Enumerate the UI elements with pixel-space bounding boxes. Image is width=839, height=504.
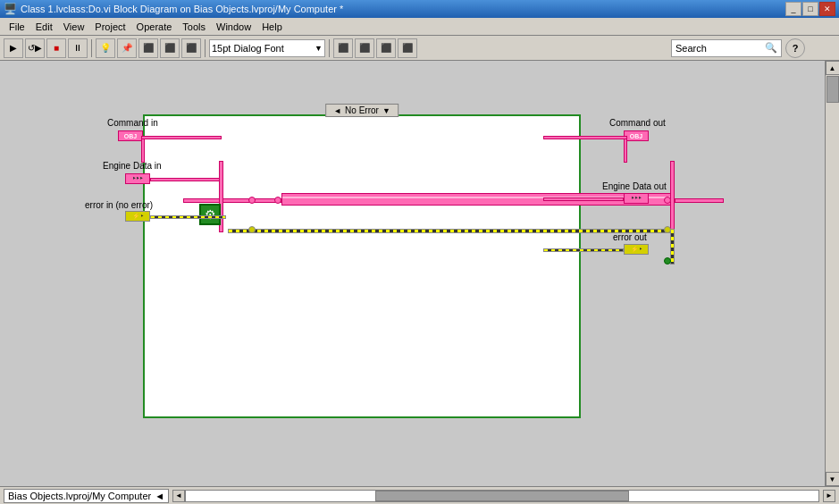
statusbar-separator: ◄ [155, 491, 164, 501]
window-title: Class 1.lvclass:Do.vi Block Diagram on B… [21, 4, 343, 14]
help-button[interactable]: ? [785, 38, 805, 58]
wire-cmd-out-vert [624, 136, 627, 163]
wire-eng-horiz [150, 178, 220, 181]
hscroll-right-button[interactable]: ► [823, 490, 835, 502]
menu-edit[interactable]: Edit [30, 20, 58, 34]
hscroll-left-button[interactable]: ◄ [172, 490, 185, 502]
statusbar-path-text: Bias Objects.lvproj/My Computer [8, 491, 151, 501]
wire-right-vertical [670, 161, 675, 232]
sep2 [205, 39, 206, 57]
titlebar-controls: _ □ ✕ [785, 2, 835, 16]
hscroll-thumb[interactable] [375, 491, 628, 501]
main-area: ◄ No Error ▼ [0, 61, 839, 486]
label-engine-data-in: Engine Data in [103, 161, 162, 171]
label-engine-data-out: Engine Data out [602, 181, 667, 191]
pause-button[interactable]: ⏸ [68, 38, 88, 58]
reorder-button[interactable]: ⬛ [398, 38, 417, 58]
wire-err-out-horiz [543, 248, 624, 252]
highlight-button[interactable]: 💡 [96, 38, 115, 58]
font-selector[interactable]: 15pt Dialog Font ▼ [209, 39, 325, 57]
search-box[interactable]: 🔍 [671, 39, 782, 57]
menu-tools[interactable]: Tools [177, 20, 211, 34]
menu-help[interactable]: Help [256, 20, 288, 34]
distribute-button[interactable]: ⬛ [355, 38, 374, 58]
search-icon[interactable]: 🔍 [765, 42, 777, 54]
dot-left-pink-1 [248, 197, 256, 204]
statusbar: Bias Objects.lvproj/My Computer ◄ ◄ ► [0, 486, 839, 504]
terminal-engine-data-in[interactable]: ‣‣‣ [125, 173, 150, 184]
label-error-in: error in (no error) [85, 200, 153, 210]
menu-project[interactable]: Project [89, 20, 130, 34]
scroll-thumb[interactable] [826, 76, 839, 103]
node-box: ⚙ [199, 204, 221, 225]
canvas[interactable]: ◄ No Error ▼ [0, 61, 825, 486]
dot-right-green [664, 257, 671, 265]
label-command-in: Command in [107, 118, 158, 128]
terminal-command-in[interactable]: OBJ [118, 130, 143, 141]
label-command-out: Command out [609, 118, 666, 128]
menubar: File Edit View Project Operate Tools Win… [0, 18, 839, 36]
sep3 [329, 39, 330, 57]
abort-button[interactable]: ■ [46, 38, 66, 58]
terminal-error-in[interactable]: ⚡‣ [125, 211, 150, 222]
wire-command-left [183, 198, 281, 203]
step-into-button[interactable]: ⬛ [160, 38, 180, 58]
terminal-engine-data-out[interactable]: ‣‣‣ [624, 193, 649, 204]
wire-cmd-horiz-top [141, 136, 222, 139]
error-down-arrow: ▼ [382, 106, 390, 115]
run-continuously-button[interactable]: ↺▶ [25, 38, 45, 58]
error-indicator[interactable]: ◄ No Error ▼ [325, 104, 399, 117]
menu-view[interactable]: View [58, 20, 90, 34]
wire-eng-out-horiz [543, 197, 624, 201]
terminal-command-out[interactable]: OBJ [624, 130, 649, 141]
scroll-down-button[interactable]: ▼ [826, 472, 840, 486]
app-icon: 🖥️ [4, 3, 17, 15]
resize-button[interactable]: ⬛ [376, 38, 396, 58]
dot-right-yellow [664, 226, 671, 233]
scroll-track [826, 75, 840, 472]
error-label: No Error [345, 105, 379, 115]
statusbar-path: Bias Objects.lvproj/My Computer ◄ [4, 489, 169, 503]
wire-err-horiz [150, 215, 226, 219]
wire-yellow-main [228, 229, 675, 233]
sep1 [91, 39, 92, 57]
vertical-scrollbar[interactable]: ▲ ▼ [825, 61, 839, 486]
scroll-up-button[interactable]: ▲ [826, 61, 840, 75]
step-out-button[interactable]: ⬛ [181, 38, 201, 58]
wire-pink-right [675, 198, 724, 203]
wire-cmd-vert [141, 136, 145, 163]
menu-window[interactable]: Window [211, 20, 256, 34]
minimize-button[interactable]: _ [785, 2, 801, 16]
terminal-error-out[interactable]: ⚡‣ [624, 244, 649, 255]
step-over-button[interactable]: ⬛ [138, 38, 158, 58]
search-input[interactable] [675, 43, 765, 54]
diagram-frame: ◄ No Error ▼ [143, 114, 581, 418]
close-button[interactable]: ✕ [819, 2, 835, 16]
titlebar-left: 🖥️ Class 1.lvclass:Do.vi Block Diagram o… [4, 3, 343, 15]
titlebar: 🖥️ Class 1.lvclass:Do.vi Block Diagram o… [0, 0, 839, 18]
run-button[interactable]: ▶ [4, 38, 23, 58]
font-dropdown-arrow[interactable]: ▼ [315, 44, 323, 53]
menu-file[interactable]: File [4, 20, 30, 34]
toolbar: ▶ ↺▶ ■ ⏸ 💡 📌 ⬛ ⬛ ⬛ 15pt Dialog Font ▼ ⬛ … [0, 36, 839, 61]
menu-operate[interactable]: Operate [131, 20, 178, 34]
horizontal-scrollbar[interactable] [185, 490, 819, 502]
align-button[interactable]: ⬛ [333, 38, 353, 58]
node-icon: ⚙ [205, 207, 216, 222]
maximize-button[interactable]: □ [802, 2, 818, 16]
font-name: 15pt Dialog Font [212, 43, 311, 54]
error-left-arrow: ◄ [333, 106, 341, 115]
diagram-container: ◄ No Error ▼ [54, 97, 724, 472]
retain-button[interactable]: 📌 [117, 38, 137, 58]
dot-left-yellow [248, 226, 256, 233]
wire-cmd-out-horiz [543, 136, 627, 139]
dot-right-pink-1 [664, 197, 671, 204]
label-error-out: error out [613, 232, 647, 242]
dot-left-pink-2 [274, 197, 281, 204]
